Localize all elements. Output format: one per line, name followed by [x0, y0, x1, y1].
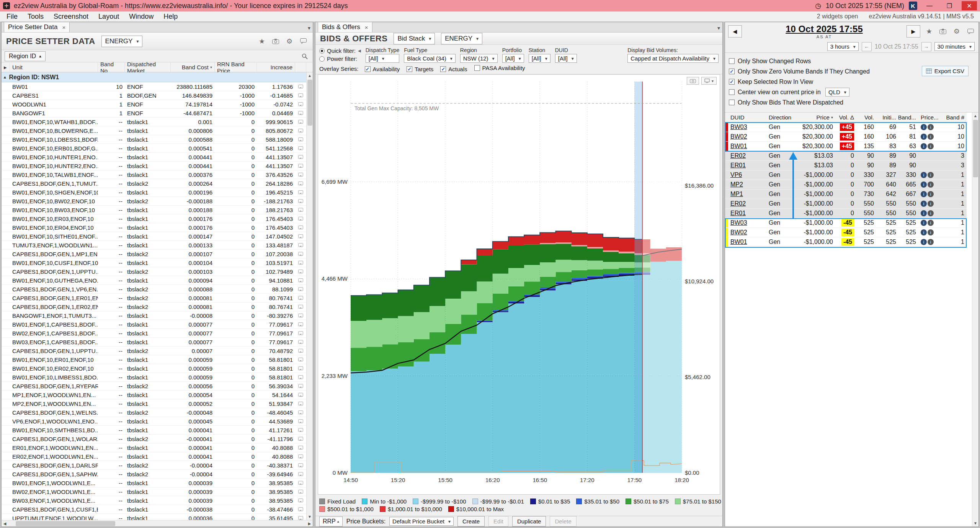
table-row[interactable]: CAPBES1,BDOF,GEN,1,VP6,EN...--tbslack20.… [2, 285, 313, 294]
duid-link[interactable]: BW01 [730, 143, 747, 150]
scroll-down-icon[interactable]: ▼ [973, 520, 977, 526]
duid-link[interactable]: ER02 [730, 152, 746, 159]
left-horizontal-scrollbar[interactable]: ◀ ▶ [2, 520, 313, 526]
right-vscroll-thumb[interactable] [973, 120, 978, 177]
table-row[interactable]: BW01,ENOF,10,ER03,ENOF,10--tbslack10.000… [2, 214, 313, 223]
col-band-no[interactable]: Band No [98, 62, 125, 72]
duid-link[interactable]: ER01 [730, 210, 746, 217]
left-vscroll-thumb[interactable] [307, 80, 312, 126]
tab-overflow-icon[interactable]: ▾ [308, 25, 310, 32]
table-row[interactable]: VP6,ENOF,1,WOODLWN1,ENO...--tbslack10.00… [2, 417, 313, 426]
bid-stack-select[interactable]: Bid Stack▾ [394, 33, 435, 44]
table-row[interactable]: BW01,ENOF,10,WTAHB1,BDOF...--tbslack10.0… [2, 118, 313, 126]
info-badge-icon[interactable]: i [921, 210, 927, 216]
duid-link[interactable]: BW01 [730, 239, 747, 245]
overlay-checkbox-pasa-availability[interactable]: PASA Availability [474, 65, 525, 71]
info-badge-icon[interactable]: i [921, 172, 927, 178]
duid-link[interactable]: ER01 [730, 162, 746, 169]
table-row[interactable]: BW01,ENOF,10,SITHE01,ENOF...--tbslack10.… [2, 232, 313, 241]
duid-link[interactable]: ER02 [730, 200, 746, 207]
col-band[interactable]: Band... [898, 113, 918, 122]
left-hscroll-thumb[interactable] [16, 521, 115, 526]
duid-link[interactable]: BW03 [730, 124, 747, 131]
info-badge-icon[interactable]: i [921, 143, 927, 149]
chat-icon[interactable] [298, 37, 308, 46]
menu-layout[interactable]: Layout [93, 13, 124, 21]
menu-tools[interactable]: Tools [23, 13, 49, 21]
favourite-icon[interactable]: ★ [257, 37, 267, 46]
info-badge-icon[interactable]: i [921, 191, 927, 197]
comment-icon[interactable] [295, 223, 306, 232]
table-row[interactable]: CAPBES1,BDOF,GEN,1,RYEPAR...--tbslack20.… [2, 382, 313, 391]
info-badge-icon[interactable]: i [928, 220, 934, 226]
comment-icon[interactable] [295, 338, 306, 346]
table-row[interactable]: CAPBES1,BDOF,GEN,1,WELNS...--tbslack2-0.… [2, 408, 313, 417]
power-filter-radio[interactable]: Power filter: [319, 56, 361, 62]
menu-screenshot[interactable]: Screenshot [49, 13, 93, 21]
table-row[interactable]: CAPBES1,BDOF,GEN,1,UPPTU...--tbslack20.0… [2, 347, 313, 355]
export-csv-button[interactable]: Export CSV [922, 66, 969, 76]
comment-icon[interactable] [295, 435, 306, 443]
menu-help[interactable]: Help [158, 13, 183, 21]
table-row[interactable]: BW0110ENOF23880.111685203001.17636 [2, 82, 313, 91]
col-direction[interactable]: Direction [766, 113, 797, 122]
table-row[interactable]: BW01,ENOF,10,LDBESS1,BDOF...--tbslack10.… [2, 135, 313, 144]
tab-overflow-icon[interactable]: ▾ [717, 25, 720, 32]
col-unit[interactable]: Unit [10, 62, 98, 72]
duid-link[interactable]: BW03 [730, 219, 747, 226]
comment-icon[interactable] [295, 170, 306, 179]
table-row[interactable]: BW01,ENOF,10,BLOWERNG,E...--tbslack10.00… [2, 126, 313, 135]
checkbox-icon[interactable] [729, 79, 735, 85]
comment-icon[interactable] [295, 285, 306, 293]
col-vol[interactable]: Vol. [856, 113, 876, 122]
display-bid-volumes-select[interactable]: Capped at Dispatch Availability▾ [627, 54, 719, 63]
info-badge-icon[interactable]: i [928, 210, 934, 216]
bid-row[interactable]: MP1Gen-$1,000.000730642667ii1 [725, 190, 967, 199]
col-duid[interactable]: DUID [728, 113, 766, 122]
info-badge-icon[interactable]: i [928, 229, 934, 235]
scroll-up-icon[interactable]: ▲ [973, 113, 977, 119]
comment-icon[interactable] [295, 399, 306, 408]
table-row[interactable]: CAPBES1,BDOF,GEN,1,MP1,EN...--tbslack20.… [2, 250, 313, 258]
comment-icon[interactable] [295, 391, 306, 399]
comment-icon[interactable] [295, 197, 306, 205]
chat-icon[interactable] [965, 27, 975, 36]
option-checkbox-row[interactable]: Center view on current price inQLD▾ [729, 87, 975, 97]
col-dispatched-market[interactable]: Dispatched Market [125, 62, 171, 72]
comment-icon[interactable] [295, 329, 306, 337]
duid-link[interactable]: MP1 [730, 191, 743, 198]
previous-period-button[interactable]: ◀ [728, 25, 742, 38]
gear-icon[interactable]: ⚙ [284, 37, 294, 46]
info-badge-icon[interactable]: i [921, 229, 927, 235]
table-row[interactable]: BW01,ENOF,10,ER02,ENOF,10--tbslack10.000… [2, 364, 313, 373]
region-select[interactable]: NSW (12)▾ [460, 54, 498, 63]
comment-icon[interactable] [295, 162, 306, 170]
comment-icon[interactable] [295, 267, 306, 276]
table-row[interactable]: WOODLWN11ENOF74.197814-1000-0.0742 [2, 100, 313, 109]
comment-icon[interactable] [295, 144, 306, 152]
favourite-icon[interactable]: ★ [924, 27, 934, 36]
duid-link[interactable]: VP6 [730, 172, 742, 178]
table-row[interactable]: BW01,ENOF,10,CUSF1,ENOF,10--tbslack10.00… [2, 258, 313, 267]
duplicate-button[interactable]: Duplicate [512, 516, 546, 526]
comment-icon[interactable] [295, 496, 306, 505]
duid-link[interactable]: BW02 [730, 133, 747, 140]
scroll-down-icon[interactable]: ▼ [307, 513, 313, 520]
checkbox-icon[interactable] [729, 69, 735, 74]
quick-filter-radio[interactable]: Quick filter:◀ [319, 47, 361, 54]
bid-row[interactable]: BW03Gen-$1,000.00-45525525525ii1 [725, 218, 967, 228]
comment-icon[interactable] [295, 355, 306, 364]
chart-camera-icon[interactable] [687, 77, 699, 85]
energy-select[interactable]: ENERGY▾ [101, 36, 143, 47]
option-checkbox-row[interactable]: Only Show Changed Rows [729, 56, 975, 66]
comment-icon[interactable] [295, 188, 306, 196]
as-at-date[interactable]: 10 Oct 2025 17:55 [746, 24, 903, 34]
comment-icon[interactable] [295, 232, 306, 240]
table-row[interactable]: MP2,ENOF,1,WOODLWN1,EN...--tbslack10.000… [2, 399, 313, 408]
table-row[interactable]: BW01,ENOF,10,BW02,ENOF,10--tbslack2-0.00… [2, 197, 313, 206]
comment-icon[interactable] [295, 461, 306, 469]
col-vol-delta[interactable]: Vol. Δ [835, 113, 856, 122]
table-row[interactable]: BW01,ENOF,10,SMTHBES1,BD...--tbslack10.0… [2, 426, 313, 435]
table-row[interactable]: CAPBES1,BDOF,GEN,1,CUSF1,E...--tbslack1-… [2, 505, 313, 514]
table-row[interactable]: TUMUT3,ENOF,1,WOODLWN1...--tbslack10.000… [2, 241, 313, 250]
